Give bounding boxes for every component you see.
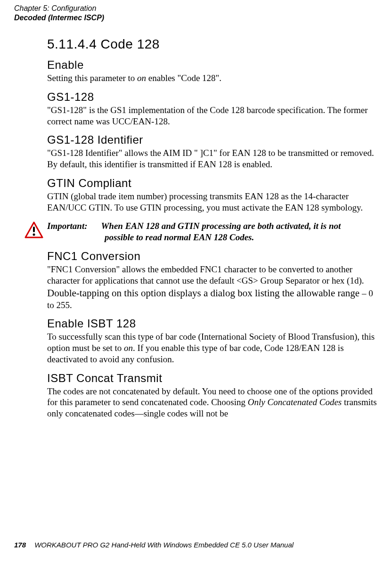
important-note: Important: When EAN 128 and GTIN process… <box>24 220 378 243</box>
running-header: Chapter 5: Configuration Decoded (Interm… <box>14 0 378 23</box>
svg-rect-1 <box>33 227 35 232</box>
enable-body-em: on <box>137 73 146 83</box>
important-line1: When EAN 128 and GTIN processing are bot… <box>101 221 341 231</box>
gs1128-body: "GS1-128" is the GS1 implementation of t… <box>47 105 378 127</box>
gs1128id-heading: GS1-128 Identifier <box>47 133 378 147</box>
important-text: Important: When EAN 128 and GTIN process… <box>47 220 341 243</box>
important-label: Important: <box>47 220 99 232</box>
gtin-heading: GTIN Compliant <box>47 177 378 190</box>
page-number: 178 <box>14 541 26 549</box>
footer-title: WORKABOUT PRO G2 Hand-Held With Windows … <box>34 541 294 549</box>
content-area: 5.11.4.4 Code 128 Enable Setting this pa… <box>47 37 378 419</box>
warning-icon <box>24 221 43 240</box>
enable-body-post: enables "Code 128". <box>146 73 221 83</box>
isbt-body: To successfully scan this type of bar co… <box>47 331 378 365</box>
concat-em: Only Concatenated Codes <box>248 397 342 407</box>
svg-point-2 <box>33 234 35 236</box>
isbt-em: on <box>124 343 133 353</box>
important-line2: possible to read normal EAN 128 Codes. <box>105 232 341 243</box>
isbt-heading: Enable ISBT 128 <box>47 317 378 330</box>
section-heading: 5.11.4.4 Code 128 <box>47 37 378 52</box>
fnc1-heading: FNC1 Conversion <box>47 250 378 263</box>
fnc1-body2a: Double-tapping on this option displays a… <box>47 287 359 299</box>
fnc1-body2: Double-tapping on this option displays a… <box>47 287 378 310</box>
concat-heading: ISBT Concat Transmit <box>47 372 378 385</box>
gs1128-heading: GS1-128 <box>47 90 378 104</box>
page: Chapter 5: Configuration Decoded (Interm… <box>0 0 392 562</box>
footer: 178 WORKABOUT PRO G2 Hand-Held With Wind… <box>14 541 294 549</box>
header-section: Decoded (Intermec ISCP) <box>14 13 378 23</box>
enable-heading: Enable <box>47 58 378 72</box>
enable-body: Setting this parameter to on enables "Co… <box>47 73 378 84</box>
fnc1-body1: "FNC1 Conversion" allows the embedded FN… <box>47 264 378 286</box>
gs1128id-body: "GS1-128 Identifier" allows the AIM ID "… <box>47 147 378 170</box>
concat-body: The codes are not concatenated by defaul… <box>47 386 378 419</box>
enable-body-pre: Setting this parameter to <box>47 73 137 83</box>
header-chapter: Chapter 5: Configuration <box>14 4 378 13</box>
gtin-body: GTIN (global trade item number) processi… <box>47 191 378 213</box>
